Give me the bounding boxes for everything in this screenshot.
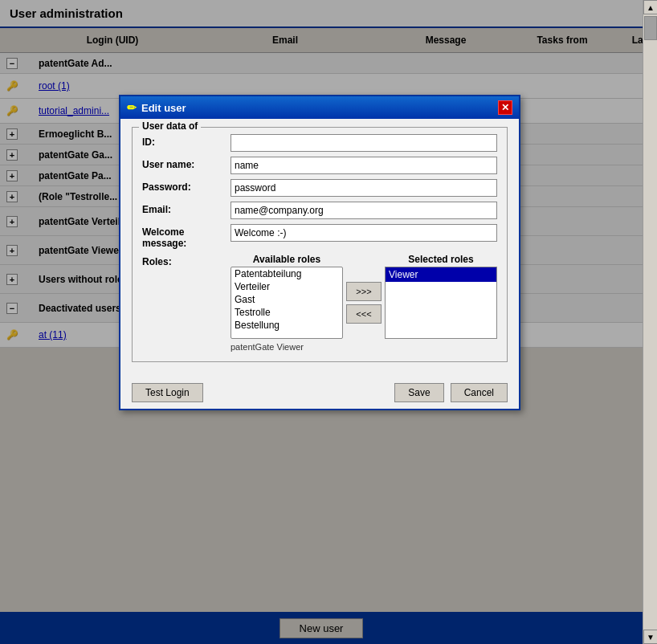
username-label: User name: (142, 157, 231, 170)
remove-role-button[interactable]: <<< (346, 304, 382, 324)
selected-roles-label: Selected roles (385, 254, 497, 265)
role-description: patentGate Viewer (231, 342, 497, 352)
email-input[interactable] (231, 202, 497, 219)
roles-label: Roles: (142, 254, 231, 267)
add-role-button[interactable]: >>> (346, 282, 382, 301)
roles-container: Available roles Selected roles Patentabt… (231, 254, 497, 352)
dialog-titlebar: ✏ Edit user ✕ (120, 96, 519, 119)
dialog-title: Edit user (141, 102, 186, 114)
roles-row: Roles: Available roles Selected roles Pa… (142, 254, 497, 352)
id-label: ID: (142, 134, 231, 148)
roles-header-row: Available roles Selected roles (231, 254, 497, 265)
roles-main-row: Patentabteilung Verteiler Gast Testrolle… (231, 267, 497, 339)
pencil-icon: ✏ (127, 101, 137, 114)
edit-user-dialog: ✏ Edit user ✕ User data of ID: User name… (119, 95, 520, 410)
password-label: Password: (142, 179, 231, 193)
user-data-group: User data of ID: User name: Password: Em… (132, 127, 508, 362)
welcome-label: Welcome message: (142, 224, 231, 249)
password-input[interactable] (231, 179, 497, 197)
scrollbar-down[interactable]: ▼ (643, 630, 657, 644)
list-item[interactable]: Patentabteilung (231, 267, 342, 280)
id-input[interactable] (231, 134, 497, 152)
scrollbar-thumb[interactable] (644, 16, 657, 40)
selected-role-item[interactable]: Viewer (386, 267, 496, 282)
dialog-body: User data of ID: User name: Password: Em… (120, 119, 519, 377)
group-legend: User data of (139, 120, 201, 132)
username-row: User name: (142, 157, 497, 174)
id-row: ID: (142, 134, 497, 152)
cancel-button[interactable]: Cancel (451, 383, 508, 402)
test-login-button[interactable]: Test Login (132, 383, 203, 402)
email-label: Email: (142, 202, 231, 215)
scrollbar-up[interactable]: ▲ (643, 0, 657, 14)
email-row: Email: (142, 202, 497, 219)
available-roles-listbox[interactable]: Patentabteilung Verteiler Gast Testrolle… (231, 267, 343, 339)
list-item[interactable]: Bestellung (231, 319, 342, 332)
welcome-input[interactable] (231, 224, 497, 242)
list-item[interactable]: Gast (231, 293, 342, 306)
list-item[interactable]: Verteiler (231, 280, 342, 293)
scrollbar: ▲ ▼ (643, 0, 657, 644)
selected-roles-listbox[interactable]: Viewer (385, 267, 497, 339)
transfer-buttons: >>> <<< (346, 282, 382, 324)
username-input[interactable] (231, 157, 497, 174)
welcome-row: Welcome message: (142, 224, 497, 249)
list-item[interactable]: Testrolle (231, 306, 342, 319)
available-roles-label: Available roles (231, 254, 343, 265)
footer-btn-group: Save Cancel (394, 383, 508, 402)
password-row: Password: (142, 179, 497, 197)
dialog-title-left: ✏ Edit user (127, 101, 186, 114)
dialog-footer: Test Login Save Cancel (120, 377, 519, 409)
dialog-close-button[interactable]: ✕ (498, 100, 512, 115)
transfer-col-label (346, 254, 382, 265)
save-button[interactable]: Save (394, 383, 443, 402)
